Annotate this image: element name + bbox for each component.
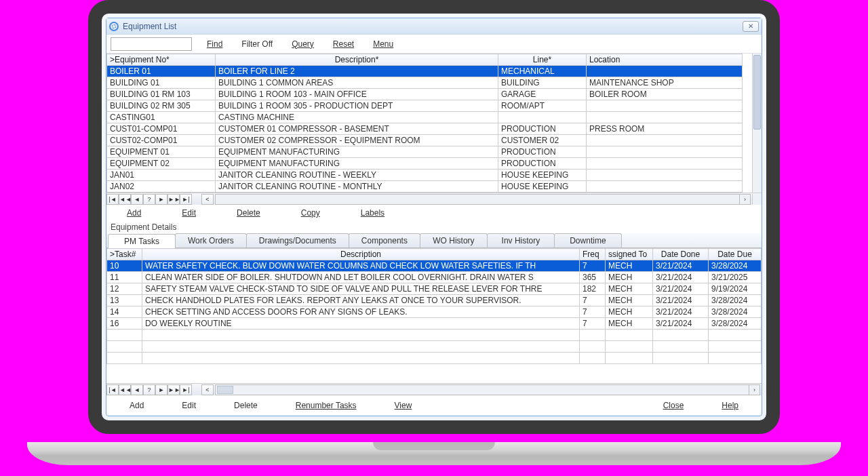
footer: Add Edit Delete Renumber Tasks View Clos…	[106, 395, 762, 416]
tab-downtime[interactable]: Downtime	[554, 233, 622, 247]
tab-drawings[interactable]: Drawings/Documents	[246, 233, 349, 247]
tasks-grid[interactable]: >Task# Description Freq ssigned To Date …	[106, 248, 762, 364]
task-edit-button[interactable]: Edit	[178, 399, 200, 412]
menu-menu[interactable]: Menu	[369, 38, 397, 50]
tnav-first[interactable]: |◄	[106, 384, 119, 395]
scroll-corner	[752, 194, 762, 205]
tab-components[interactable]: Components	[349, 233, 420, 247]
table-row-empty	[107, 341, 762, 353]
table-row[interactable]: 10WATER SAFETY CHECK. BLOW DOWN WATER CO…	[107, 260, 762, 272]
edit-button[interactable]: Edit	[178, 207, 200, 219]
col-task-desc[interactable]: Description	[142, 249, 580, 260]
nav-next[interactable]: ►	[155, 194, 167, 205]
detail-tabs: PM Tasks Work Orders Drawings/Documents …	[106, 233, 762, 248]
help-button[interactable]: Help	[717, 399, 743, 412]
add-button[interactable]: Add	[123, 207, 145, 219]
tnav-help[interactable]: ?	[143, 384, 155, 395]
col-description[interactable]: Description*	[216, 54, 498, 66]
equipment-vertical-scrollbar[interactable]	[752, 54, 762, 193]
table-row[interactable]: CUST01-COMP01CUSTOMER 01 COMPRESSOR - BA…	[107, 123, 743, 135]
laptop-frame: Equipment List ✕ Find Filter Off Query R…	[88, 0, 780, 448]
table-row[interactable]: 12SAFETY STEAM VALVE CHECK-STAND TO SIDE…	[107, 283, 762, 295]
col-date-done[interactable]: Date Done	[653, 249, 709, 260]
app-window: Equipment List ✕ Find Filter Off Query R…	[106, 18, 762, 416]
copy-button[interactable]: Copy	[297, 207, 324, 219]
table-row[interactable]: JAN01JANITOR CLEANING ROUTINE - WEEKLYHO…	[107, 170, 743, 181]
nav-prev[interactable]: ◄	[131, 194, 143, 205]
find-menu[interactable]: Find	[203, 38, 226, 50]
tnav-last[interactable]: ►|	[180, 384, 192, 395]
nav-fastnext[interactable]: ►►	[167, 194, 180, 205]
table-row[interactable]: BUILDING 01 RM 103BUILDING 1 ROOM 103 - …	[107, 89, 743, 100]
close-button[interactable]: Close	[659, 399, 688, 412]
equipment-grid-container: >Equipment No* Description* Line* Locati…	[106, 54, 762, 193]
task-add-button[interactable]: Add	[125, 399, 148, 412]
table-row[interactable]: 16DO WEEKLY ROUTINE7MECH3/21/20243/28/20…	[107, 318, 762, 330]
nav-last[interactable]: ►|	[180, 194, 192, 205]
col-location[interactable]: Location	[587, 54, 743, 66]
tab-inv-history[interactable]: Inv History	[487, 233, 555, 247]
col-freq[interactable]: Freq	[580, 249, 606, 260]
table-row[interactable]: BUILDING 01BUILDING 1 COMMON AREASBUILDI…	[107, 77, 743, 89]
table-row[interactable]: BOILER 01BOILER FOR LINE 2MECHANICAL	[107, 66, 743, 77]
tnav-next[interactable]: ►	[155, 384, 167, 395]
toolbar: Find Filter Off Query Reset Menu	[106, 35, 762, 54]
screen: Equipment List ✕ Find Filter Off Query R…	[88, 0, 780, 434]
view-button[interactable]: View	[391, 399, 416, 412]
close-window-button[interactable]: ✕	[743, 21, 759, 32]
tasks-nav: |◄ ◄◄ ◄ ? ► ►► ►| < ›	[106, 383, 762, 395]
table-row-empty	[107, 353, 762, 364]
gear-icon	[109, 22, 119, 31]
titlebar: Equipment List ✕	[106, 18, 762, 35]
tasks-horizontal-scrollbar[interactable]: ›	[215, 384, 760, 395]
filter-off-menu[interactable]: Filter Off	[237, 38, 277, 50]
window-title: Equipment List	[123, 22, 176, 31]
search-input[interactable]	[111, 37, 192, 51]
nav-fastprev[interactable]: ◄◄	[119, 194, 131, 205]
equipment-details-label: Equipment Details	[106, 221, 762, 233]
col-line[interactable]: Line*	[498, 54, 587, 66]
labels-button[interactable]: Labels	[357, 207, 389, 219]
table-row-empty	[107, 330, 762, 341]
table-row[interactable]: EQUIPMENT 01EQUIPMENT MANUFACTURINGPRODU…	[107, 146, 743, 158]
col-assigned[interactable]: ssigned To	[606, 249, 653, 260]
equipment-grid[interactable]: >Equipment No* Description* Line* Locati…	[106, 54, 743, 193]
reset-menu[interactable]: Reset	[329, 38, 358, 50]
task-delete-button[interactable]: Delete	[230, 399, 262, 412]
table-row[interactable]: JAN02JANITOR CLEANING ROUTINE - MONTHLYH…	[107, 181, 743, 193]
equipment-actions: Add Edit Delete Copy Labels	[106, 205, 762, 221]
col-task[interactable]: >Task#	[107, 249, 142, 260]
col-date-due[interactable]: Date Due	[709, 249, 762, 260]
nav-help[interactable]: ?	[143, 194, 155, 205]
tab-work-orders[interactable]: Work Orders	[175, 233, 247, 247]
table-row[interactable]: BUILDING 02 RM 305BUILDING 1 ROOM 305 - …	[107, 100, 743, 112]
tnav-fastnext[interactable]: ►►	[167, 384, 180, 395]
renumber-tasks-button[interactable]: Renumber Tasks	[292, 399, 361, 412]
tnav-sep[interactable]: <	[201, 384, 214, 395]
equipment-nav: |◄ ◄◄ ◄ ? ► ►► ►| < ›	[106, 193, 762, 205]
tab-pm-tasks[interactable]: PM Tasks	[108, 234, 176, 248]
equipment-horizontal-scrollbar[interactable]: ›	[215, 194, 751, 205]
table-row[interactable]: 14CHECK SETTING AND ACCESS DOORS FOR ANY…	[107, 306, 762, 318]
query-menu[interactable]: Query	[288, 38, 318, 50]
laptop-base	[27, 442, 841, 465]
delete-button[interactable]: Delete	[233, 207, 264, 219]
tnav-prev[interactable]: ◄	[131, 384, 143, 395]
table-row[interactable]: CASTING01CASTING MACHINE	[107, 112, 743, 123]
table-row[interactable]: CUST02-COMP01CUSTOMER 02 COMPRESSOR - EQ…	[107, 135, 743, 146]
tnav-fastprev[interactable]: ◄◄	[119, 384, 131, 395]
nav-sep[interactable]: <	[201, 194, 214, 205]
table-row[interactable]: 13CHECK HANDHOLD PLATES FOR LEAKS. REPOR…	[107, 295, 762, 306]
tab-wo-history[interactable]: WO History	[420, 233, 488, 247]
table-row[interactable]: 11CLEAN WATER SIDE OF BOILER. SHUTDOWN A…	[107, 272, 762, 283]
table-row[interactable]: EQUIPMENT 02EQUIPMENT MANUFACTURINGPRODU…	[107, 158, 743, 170]
col-equipment-no[interactable]: >Equipment No*	[107, 54, 216, 66]
nav-first[interactable]: |◄	[106, 194, 119, 205]
